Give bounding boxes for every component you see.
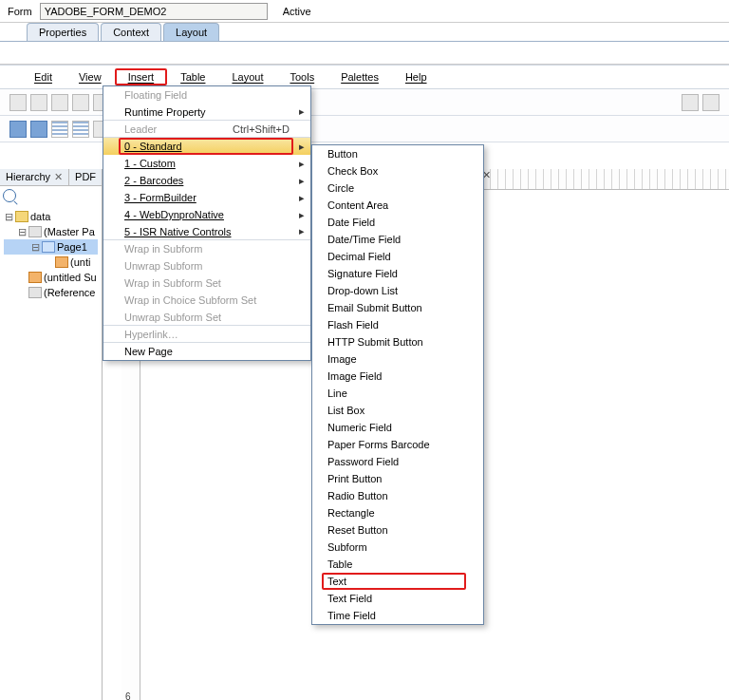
standard-item-drop-down-list[interactable]: Drop-down List bbox=[312, 282, 483, 299]
tab-context[interactable]: Context bbox=[101, 23, 161, 41]
insert-standard[interactable]: 0 - Standard▸ bbox=[103, 138, 310, 155]
ruler-num: 6 bbox=[125, 691, 131, 700]
standard-item-print-button[interactable]: Print Button bbox=[312, 470, 483, 487]
standard-item-numeric-field[interactable]: Numeric Field bbox=[312, 419, 483, 436]
tree-untitled[interactable]: (unti bbox=[4, 255, 98, 270]
menu-edit[interactable]: Edit bbox=[21, 68, 65, 85]
form-label: Form bbox=[8, 6, 32, 17]
insert-wrap-subform: Wrap in Subform bbox=[103, 240, 310, 257]
menu-layout[interactable]: Layout bbox=[218, 68, 276, 85]
close-icon[interactable]: ✕ bbox=[54, 171, 63, 182]
form-status: Active bbox=[283, 6, 311, 17]
standard-item-reset-button[interactable]: Reset Button bbox=[312, 521, 483, 539]
tree-reference[interactable]: (Reference bbox=[4, 285, 98, 300]
form-name-input[interactable] bbox=[40, 3, 268, 20]
menu-view[interactable]: View bbox=[65, 68, 115, 85]
left-search[interactable] bbox=[0, 186, 102, 207]
insert-hyperlink: Hyperlink… bbox=[103, 326, 310, 343]
menu-insert[interactable]: Insert bbox=[115, 68, 168, 85]
standard-item-flash-field[interactable]: Flash Field bbox=[312, 316, 483, 333]
menu-palettes[interactable]: Palettes bbox=[327, 68, 392, 85]
insert-leader: LeaderCtrl+Shift+D bbox=[103, 121, 310, 138]
standard-item-content-area[interactable]: Content Area bbox=[312, 197, 483, 214]
tree-master[interactable]: ⊟(Master Pa bbox=[4, 224, 98, 239]
standard-item-time-field[interactable]: Time Field bbox=[312, 607, 483, 624]
insert-wrap-subform-set: Wrap in Subform Set bbox=[103, 274, 310, 292]
insert-custom[interactable]: 1 - Custom▸ bbox=[103, 155, 310, 172]
tree-page1[interactable]: ⊟Page1 bbox=[4, 239, 98, 255]
insert-barcodes[interactable]: 2 - Barcodes▸ bbox=[103, 172, 310, 189]
grid-icon[interactable] bbox=[51, 121, 68, 138]
standard-item-check-box[interactable]: Check Box bbox=[312, 162, 483, 180]
align-left-icon[interactable] bbox=[9, 94, 27, 111]
standard-item-radio-button[interactable]: Radio Button bbox=[312, 487, 483, 504]
standard-item-line[interactable]: Line bbox=[312, 385, 483, 402]
standard-item-date-field[interactable]: Date Field bbox=[312, 214, 483, 231]
misc-icon-1[interactable] bbox=[682, 94, 699, 111]
standard-item-button[interactable]: Button bbox=[312, 145, 483, 162]
nav-fwd-icon[interactable] bbox=[30, 121, 47, 138]
menu-table[interactable]: Table bbox=[167, 68, 218, 85]
insert-dropdown: Floating Field Runtime Property▸ LeaderC… bbox=[103, 85, 311, 361]
tree-untitled-su[interactable]: (untitled Su bbox=[4, 270, 98, 285]
insert-unwrap-subform: Unwrap Subform bbox=[103, 257, 310, 274]
insert-unwrap-subform-set: Unwrap Subform Set bbox=[103, 309, 310, 326]
tab-properties[interactable]: Properties bbox=[27, 23, 99, 41]
misc-icon-2[interactable] bbox=[702, 94, 720, 111]
tab-layout[interactable]: Layout bbox=[163, 23, 219, 41]
standard-item-circle[interactable]: Circle bbox=[312, 180, 483, 197]
standard-item-date-time-field[interactable]: Date/Time Field bbox=[312, 231, 483, 248]
menu-help[interactable]: Help bbox=[392, 68, 440, 85]
insert-floating-field: Floating Field bbox=[103, 86, 310, 104]
standard-item-text-field[interactable]: Text Field bbox=[312, 590, 483, 607]
page-tab-bar: Properties Context Layout bbox=[0, 23, 729, 42]
insert-formbuilder[interactable]: 3 - FormBuilder▸ bbox=[103, 189, 310, 206]
insert-wrap-choice-subform-set: Wrap in Choice Subform Set bbox=[103, 292, 310, 309]
left-tab-pdf[interactable]: PDF bbox=[69, 169, 103, 185]
search-icon bbox=[3, 189, 16, 202]
menu-tools[interactable]: Tools bbox=[276, 68, 327, 85]
standard-item-decimal-field[interactable]: Decimal Field bbox=[312, 248, 483, 265]
align-top-icon[interactable] bbox=[72, 94, 89, 111]
standard-item-rectangle[interactable]: Rectangle bbox=[312, 504, 483, 521]
form-header-row: Form Active bbox=[0, 0, 729, 23]
standard-item-image[interactable]: Image bbox=[312, 350, 483, 368]
standard-submenu: ButtonCheck BoxCircleContent AreaDate Fi… bbox=[311, 144, 484, 625]
standard-item-signature-field[interactable]: Signature Field bbox=[312, 265, 483, 282]
standard-item-paper-forms-barcode[interactable]: Paper Forms Barcode bbox=[312, 436, 483, 453]
insert-new-page[interactable]: New Page bbox=[103, 343, 310, 360]
left-panel: Hierarchy✕ PDF ⊟data ⊟(Master Pa ⊟Page1 … bbox=[0, 169, 103, 700]
standard-item-http-submit-button[interactable]: HTTP Submit Button bbox=[312, 333, 483, 350]
toolbar-strip bbox=[0, 42, 729, 65]
insert-runtime-property[interactable]: Runtime Property▸ bbox=[103, 104, 310, 121]
grid2-icon[interactable] bbox=[72, 121, 89, 138]
insert-isr[interactable]: 5 - ISR Native Controls▸ bbox=[103, 223, 310, 240]
align-right-icon[interactable] bbox=[51, 94, 68, 111]
tree-root[interactable]: ⊟data bbox=[4, 209, 98, 224]
standard-item-email-submit-button[interactable]: Email Submit Button bbox=[312, 299, 483, 316]
align-center-icon[interactable] bbox=[30, 94, 47, 111]
hierarchy-tree: ⊟data ⊟(Master Pa ⊟Page1 (unti (untitled… bbox=[0, 207, 102, 302]
standard-item-list-box[interactable]: List Box bbox=[312, 402, 483, 419]
left-panel-tabs: Hierarchy✕ PDF bbox=[0, 169, 102, 186]
standard-item-text[interactable]: Text bbox=[312, 573, 483, 590]
nav-back-icon[interactable] bbox=[9, 121, 27, 138]
insert-webdynpro[interactable]: 4 - WebDynproNative▸ bbox=[103, 206, 310, 223]
standard-item-subform[interactable]: Subform bbox=[312, 539, 483, 556]
standard-item-password-field[interactable]: Password Field bbox=[312, 453, 483, 470]
standard-item-image-field[interactable]: Image Field bbox=[312, 368, 483, 385]
standard-item-table[interactable]: Table bbox=[312, 556, 483, 573]
left-tab-hierarchy[interactable]: Hierarchy✕ bbox=[0, 169, 69, 185]
